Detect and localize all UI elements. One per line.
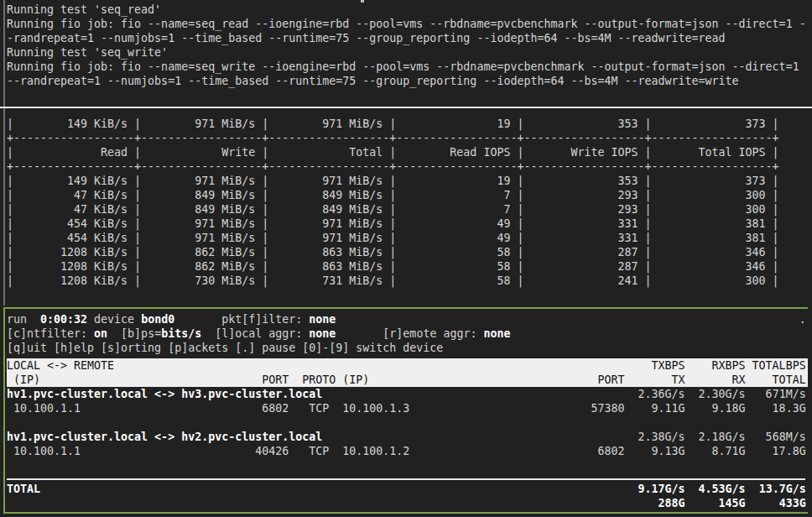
netmon-header-row-2: (IP) PORT PROTO (IP) PORT TX RX TOTAL [7, 373, 808, 387]
netmon-content: run 0:00:32 device bond0 pkt[f]ilter: no… [7, 312, 808, 510]
network-monitor-pane: run 0:00:32 device bond0 pkt[f]ilter: no… [3, 307, 808, 514]
netmon-blank-line [7, 415, 808, 430]
netmon-status-line: run 0:00:32 device bond0 pkt[f]ilter: no… [7, 312, 808, 326]
netmon-blank-line [7, 458, 808, 473]
fio-log: Running test 'seq_read' Running fio job:… [7, 3, 806, 88]
netmon-connection-detail-row: 10.100.1.1 6802 TCP 10.100.1.3 57380 9.1… [7, 401, 808, 415]
netmon-connection-detail-row: 10.100.1.1 40426 TCP 10.100.1.2 6802 9.1… [7, 444, 808, 458]
terminal-screen: Running test 'seq_read' Running fio job:… [0, 0, 812, 517]
netmon-connection-hosts-row: hv1.pvc-cluster.local <-> hv3.pvc-cluste… [7, 387, 808, 401]
top-pane-left-border [3, 0, 5, 306]
netmon-options-line: [c]ntfilter: on [b]ps=bits/s [l]ocal agg… [7, 326, 808, 341]
netmon-help-line: [q]uit [h]elp [s]orting [p]ackets [.] pa… [7, 341, 808, 355]
pane-separator-line [0, 107, 812, 108]
netmon-header-row-1: LOCAL <-> REMOTE TXBPS RXBPS TOTALBPS [7, 358, 808, 373]
netmon-connection-hosts-row: hv1.pvc-cluster.local <-> hv2.pvc-cluste… [7, 430, 808, 444]
netmon-total-separator [7, 478, 805, 480]
netmon-total-cumulative-row: 288G 145G 433G [7, 496, 808, 510]
fio-results-table: | 149 KiB/s | 971 MiB/s | 971 MiB/s | 19… [7, 117, 779, 288]
netmon-total-rates-row: TOTAL 9.17G/s 4.53G/s 13.7G/s [7, 482, 808, 496]
